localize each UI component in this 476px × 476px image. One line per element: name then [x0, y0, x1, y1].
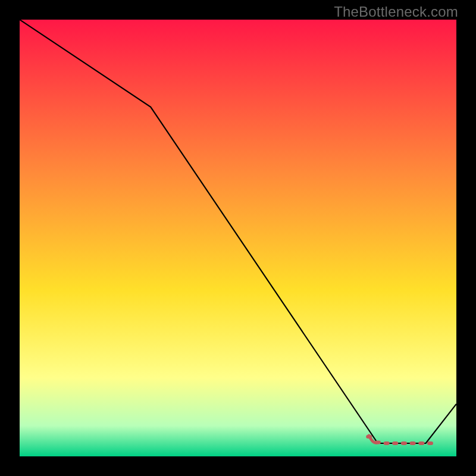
target-dot	[401, 441, 407, 445]
target-dot	[392, 441, 398, 445]
plot-area	[20, 20, 456, 456]
gradient-background	[20, 20, 456, 456]
target-dot	[384, 441, 390, 445]
target-dot	[410, 441, 416, 445]
chart-stage: TheBottleneck.com	[0, 0, 476, 476]
target-dot	[427, 441, 433, 445]
target-dot	[418, 441, 424, 445]
target-dot	[375, 441, 381, 444]
watermark-text: TheBottleneck.com	[334, 4, 458, 20]
chart-svg	[20, 20, 456, 456]
target-dot	[366, 435, 372, 439]
